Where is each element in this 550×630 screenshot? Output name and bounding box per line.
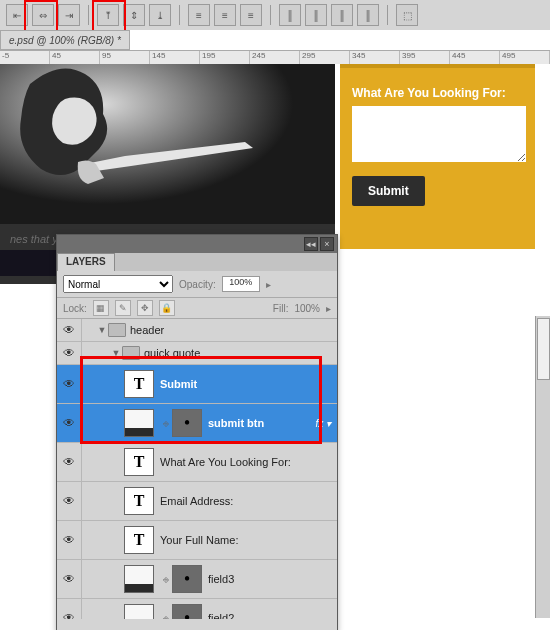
tab-layers[interactable]: LAYERS — [57, 253, 115, 271]
separator — [179, 5, 180, 25]
align-left-edges-icon[interactable]: ⇤ — [6, 4, 28, 26]
layers-scrollbar[interactable] — [535, 316, 550, 618]
lock-position-icon[interactable]: ✥ — [137, 300, 153, 316]
lock-transparency-icon[interactable]: ▦ — [93, 300, 109, 316]
lock-row: Lock: ▦ ✎ ✥ 🔒 Fill: 100% ▸ — [57, 298, 337, 319]
blend-row: Normal Opacity: 100% ▸ — [57, 271, 337, 298]
auto-align-icon[interactable]: ⬚ — [396, 4, 418, 26]
layer-field2[interactable]: 👁 ⎆ • field2 — [57, 599, 337, 619]
distribute-bottom-icon[interactable]: ≡ — [240, 4, 262, 26]
opacity-value[interactable]: 100% — [222, 276, 260, 292]
layer-wlyf[interactable]: 👁 T What Are You Looking For: — [57, 443, 337, 482]
align-top-edges-icon[interactable]: ⤒ — [97, 4, 119, 26]
vector-mask-thumb-icon: • — [172, 565, 202, 593]
link-icon: ⎆ — [163, 418, 169, 429]
vector-mask-thumb-icon: • — [172, 409, 202, 437]
layer-name[interactable]: submit btn — [208, 417, 264, 429]
scrollbar-thumb[interactable] — [537, 318, 550, 380]
shape-layer-thumb-icon — [124, 604, 154, 619]
form-prompt-label: What Are You Looking For: — [352, 86, 523, 100]
align-hcenter-icon[interactable]: ⇔ — [32, 4, 54, 26]
text-layer-thumb-icon: T — [124, 526, 154, 554]
layer-name[interactable]: Submit — [160, 378, 197, 390]
fx-badge[interactable]: fx ▾ — [315, 418, 331, 429]
blend-mode-select[interactable]: Normal — [63, 275, 173, 293]
align-bottom-edges-icon[interactable]: ⤓ — [149, 4, 171, 26]
submit-button[interactable]: Submit — [352, 176, 425, 206]
document-tab[interactable]: e.psd @ 100% (RGB/8) * — [0, 30, 130, 50]
fill-value[interactable]: 100% — [294, 303, 320, 314]
link-icon: ⎆ — [163, 574, 169, 585]
options-bar: ⇤ ⇔ ⇥ ⤒ ⇕ ⤓ ≡ ≡ ≡ ║ ║ ║ ║ ⬚ — [0, 0, 550, 30]
distribute-vcenter-icon[interactable]: ≡ — [214, 4, 236, 26]
close-icon[interactable]: × — [320, 237, 334, 251]
layer-submit-btn[interactable]: 👁 ⎆ • submit btn fx ▾ — [57, 404, 337, 443]
lock-paint-icon[interactable]: ✎ — [115, 300, 131, 316]
layer-submit-text[interactable]: 👁 T Submit — [57, 365, 337, 404]
text-layer-thumb-icon: T — [124, 487, 154, 515]
shape-layer-thumb-icon — [124, 409, 154, 437]
separator — [270, 5, 271, 25]
layer-name[interactable]: Your Full Name: — [160, 534, 238, 546]
distribute-left-icon[interactable]: ║ — [279, 4, 301, 26]
hero-image — [0, 64, 335, 224]
distribute-spacing-icon[interactable]: ║ — [357, 4, 379, 26]
distribute-top-icon[interactable]: ≡ — [188, 4, 210, 26]
folder-icon — [122, 346, 140, 360]
visibility-toggle-icon[interactable]: 👁 — [57, 365, 82, 403]
layer-name[interactable]: quick quote — [144, 347, 200, 359]
visibility-toggle-icon[interactable]: 👁 — [57, 521, 82, 559]
fill-flyout-icon[interactable]: ▸ — [326, 303, 331, 314]
layer-field3[interactable]: 👁 ⎆ • field3 — [57, 560, 337, 599]
link-icon: ⎆ — [163, 613, 169, 620]
visibility-toggle-icon[interactable]: 👁 — [57, 560, 82, 598]
folder-icon — [108, 323, 126, 337]
separator — [88, 5, 89, 25]
lock-all-icon[interactable]: 🔒 — [159, 300, 175, 316]
visibility-toggle-icon[interactable]: 👁 — [57, 599, 82, 619]
visibility-toggle-icon[interactable]: 👁 — [57, 319, 82, 341]
layer-name[interactable]: What Are You Looking For: — [160, 456, 291, 468]
layer-list: 👁 ▼ header 👁 ▼ quick quote 👁 T Submit 👁 … — [57, 319, 337, 619]
visibility-toggle-icon[interactable]: 👁 — [57, 482, 82, 520]
distribute-hcenter-icon[interactable]: ║ — [305, 4, 327, 26]
text-layer-thumb-icon: T — [124, 448, 154, 476]
opacity-flyout-icon[interactable]: ▸ — [266, 279, 271, 290]
fill-label: Fill: — [273, 303, 289, 314]
visibility-toggle-icon[interactable]: 👁 — [57, 404, 82, 442]
panel-header: ◂◂ × — [57, 235, 337, 253]
panel-tabs: LAYERS — [57, 253, 337, 271]
distribute-right-icon[interactable]: ║ — [331, 4, 353, 26]
vector-mask-thumb-icon: • — [172, 604, 202, 619]
layer-name[interactable]: field2 — [208, 612, 234, 619]
layers-panel: ◂◂ × LAYERS Normal Opacity: 100% ▸ Lock:… — [56, 234, 338, 630]
quick-quote-form: What Are You Looking For: Submit — [340, 64, 535, 249]
layer-email[interactable]: 👁 T Email Address: — [57, 482, 337, 521]
layer-name[interactable]: header — [130, 324, 164, 336]
layer-fullname[interactable]: 👁 T Your Full Name: — [57, 521, 337, 560]
align-right-edges-icon[interactable]: ⇥ — [58, 4, 80, 26]
shape-layer-thumb-icon — [124, 565, 154, 593]
visibility-toggle-icon[interactable]: 👁 — [57, 443, 82, 481]
layer-group-header[interactable]: 👁 ▼ header — [57, 319, 337, 342]
layer-group-quick-quote[interactable]: 👁 ▼ quick quote — [57, 342, 337, 365]
opacity-label: Opacity: — [179, 279, 216, 290]
align-vcenter-icon[interactable]: ⇕ — [123, 4, 145, 26]
collapse-icon[interactable]: ◂◂ — [304, 237, 318, 251]
layer-name[interactable]: Email Address: — [160, 495, 233, 507]
text-layer-thumb-icon: T — [124, 370, 154, 398]
lock-label: Lock: — [63, 303, 87, 314]
separator — [387, 5, 388, 25]
looking-for-input[interactable] — [352, 106, 526, 162]
visibility-toggle-icon[interactable]: 👁 — [57, 342, 82, 364]
layer-name[interactable]: field3 — [208, 573, 234, 585]
